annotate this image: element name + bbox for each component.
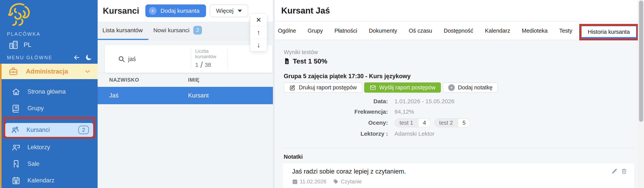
note-tag: Czytanie [333,179,362,185]
main-menu-label: MENU GŁÓWNE [7,55,52,60]
students-list-panel: Kursanci + Dodaj kursanta Więcej Lista k… [98,0,273,188]
home-icon [12,87,20,96]
table-row-selected[interactable]: Jaś Kursant [98,87,273,104]
test-result-line[interactable]: Test 1 50% [283,57,638,65]
move-up-button[interactable]: ↑ [250,26,267,39]
add-note-button[interactable]: + Dodaj notatkę [443,82,498,93]
grade-value: 5 [458,119,470,127]
report-actions: Drukuj raport postępów Wyślij raport pos… [284,82,638,93]
tab-kalendarz[interactable]: Kalendarz [479,28,516,34]
arrow-up-icon: ↑ [257,29,260,36]
close-button[interactable]: ✕ [250,14,267,26]
test-results-label: Wyniki testów [284,49,638,55]
grade-pill: test 1 4 [394,118,430,127]
sidebar-item-kalendarz[interactable]: Kalendarz [2,172,98,188]
app-root: PLACÓWKA PL MENU GŁÓWNE [0,0,644,188]
note-tag-text: Czytanie [341,179,362,185]
panel-divider [273,0,275,188]
sidebar-item-label: Sale [28,160,40,167]
tab-lista-kursantow[interactable]: Lista kursantów [98,22,148,40]
tab-dokumenty[interactable]: Dokumenty [363,28,403,34]
info-row-grades: Oceny: test 1 4 test 2 5 [275,117,638,129]
student-detail-panel: Kursant Jaś Ogólne Grupy Płatności Dokum… [275,0,638,188]
caret-down-icon [238,10,242,12]
move-down-button[interactable]: ↓ [250,39,267,51]
add-student-label: Dodaj kursanta [160,7,200,14]
envelope-icon [370,84,376,91]
tab-platnosci[interactable]: Płatności [329,28,363,34]
buildings-icon [8,40,18,50]
counter-label: Liczba kursantów [195,48,227,59]
info-row-date: Data: 1.01.2026 - 15.05.2026 [275,96,638,107]
tab-os-czasu[interactable]: Oś czasu [403,28,438,34]
tab-testy[interactable]: Testy [553,28,578,34]
tab-ogolne[interactable]: Ogólne [275,28,302,34]
calendar-icon [12,176,20,185]
scrollbar-thumb[interactable] [639,0,643,122]
sidebar-item-kursanci[interactable]: Kursanci 2 [5,123,93,137]
sidebar-item-grupy[interactable]: Grupy [2,100,98,117]
sidebar-item-strona-glowna[interactable]: Strona główna [2,83,98,100]
tab-label: Nowi kursanci [153,27,190,34]
sidebar: PLACÓWKA PL MENU GŁÓWNE [0,0,98,188]
tab-historia-kursanta[interactable]: Historia kursanta [581,26,636,38]
grades-label: Oceny: [275,120,388,126]
attendance-label: Frekwencja: [275,108,388,115]
close-icon: ✕ [256,16,262,24]
sidebar-item-lektorzy[interactable]: Lektorzy [2,139,98,156]
students-table: NAZWISKO IMIĘ Jaś Kursant [98,73,273,104]
search-box [118,55,186,63]
facility-section-label: PLACÓWKA [7,31,40,37]
vertical-scrollbar[interactable] [638,0,644,188]
grade-pill: test 2 5 [434,118,470,127]
lecturers-label: Lektorzy : [275,131,388,137]
more-button[interactable]: Więcej [210,4,248,17]
notes-label: Notatki [284,154,638,160]
chevron-down-icon [84,68,92,75]
note-actions [611,168,628,175]
plus-circle-icon: + [448,84,455,91]
search-input[interactable] [128,56,186,62]
note-card: Jaś radzi sobie coraz lepiej z czytaniem… [282,163,634,188]
print-report-label: Drukuj raport postępów [299,84,357,91]
search-icon [118,55,126,63]
more-label: Więcej [216,7,234,14]
facility-selector[interactable]: PL [8,40,31,50]
students-tabs: Lista kursantów Nowi kursanci 2 [98,22,273,40]
plus-icon: + [149,7,156,15]
tab-nowi-kursanci[interactable]: Nowi kursanci 2 [148,22,208,40]
tag-icon [333,179,339,185]
tab-grupy[interactable]: Grupy [302,28,329,34]
counter-total: 38 [205,62,211,68]
tab-medioteka[interactable]: Medioteka [516,28,553,34]
collapse-sidebar-button[interactable] [73,54,80,61]
sidebar-item-sale[interactable]: Sale [2,156,98,172]
dark-mode-toggle[interactable] [85,54,92,61]
add-student-button[interactable]: + Dodaj kursanta [145,4,206,17]
grade-name: test 2 [434,119,458,127]
group-heading: Grupa 5 zajęcia piątek 17:30 - Kurs języ… [284,73,638,80]
facility-code: PL [24,41,31,48]
book-icon [12,104,20,113]
print-report-button[interactable]: Drukuj raport postępów [284,82,362,93]
sidebar-item-label: Kalendarz [28,177,54,184]
sidebar-item-label: Grupy [28,105,44,112]
sidebar-group-administracja[interactable]: Administracja [0,64,98,79]
edit-note-icon[interactable] [611,168,618,175]
door-icon [12,160,20,168]
delete-note-icon[interactable] [620,168,628,175]
info-row-attendance: Frekwencja: 94,12% [275,107,638,117]
attendance-value: 94,12% [394,108,414,115]
note-date: 11.02.2026 [292,179,326,185]
cell-nazwisko: Jaś [98,92,188,99]
tab-dostepnosc[interactable]: Dostępność [438,28,479,34]
calendar-small-icon [292,179,298,185]
date-value: 1.01.2026 - 15.05.2026 [394,98,454,105]
student-tabs: Ogólne Grupy Płatności Dokumenty Oś czas… [275,22,638,40]
counter-current: 1 [195,62,198,68]
sidebar-item-label: Strona główna [28,88,66,95]
send-report-button[interactable]: Wyślij raport postępów [364,82,441,93]
annotation-box-historia-kursanta: Historia kursanta [579,24,638,40]
note-date-text: 11.02.2026 [300,179,326,185]
students-panel-header: Kursanci + Dodaj kursanta Więcej [98,0,273,22]
